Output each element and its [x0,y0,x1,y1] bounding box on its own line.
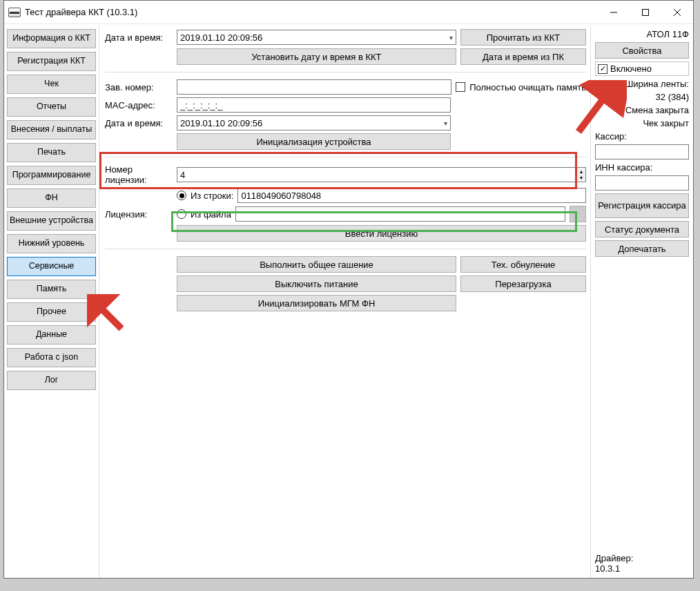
from-file-radio[interactable] [177,209,186,219]
init-device-button[interactable]: Инициализация устройства [177,133,451,150]
sidebar-item-memory[interactable]: Память [7,280,96,299]
set-datetime-button[interactable]: Установить дату и время в ККТ [177,48,456,65]
datetime2-select[interactable]: 2019.01.10 20:09:56 [177,115,451,130]
right-panel: АТОЛ 11Ф Свойства ✓ Включено Ширина лент… [591,25,693,578]
sidebar-item-fn[interactable]: ФН [7,188,96,208]
sidebar-item-programming[interactable]: Программирование [7,166,96,185]
driver-label: Драйвер: [595,553,689,563]
app-window: Тест драйвера ККТ (10.3.1) Информация о … [3,0,694,579]
license-label: Лицензия: [105,209,173,220]
spin-up-icon[interactable]: ▴ [576,168,585,175]
sidebar-item-service[interactable]: Сервисные [7,257,96,276]
power-off-button[interactable]: Выключить питание [177,275,456,292]
tape-width-label: Ширина ленты: [595,79,689,89]
close-button[interactable] [661,1,693,23]
reboot-button[interactable]: Перезагрузка [460,275,586,292]
sidebar-item-json[interactable]: Работа с json [7,348,96,367]
datetime-from-pc-button[interactable]: Дата и время из ПК [460,48,586,65]
browse-file-button[interactable] [570,206,586,222]
sidebar-item-reports[interactable]: Отчеты [7,97,96,117]
enabled-label: Включено [610,64,652,74]
datetime-select[interactable]: 2019.01.10 20:09:56 [177,30,456,45]
serial-label: Зав. номер: [105,82,173,93]
device-name: АТОЛ 11Ф [595,29,689,39]
cashier-label: Кассир: [595,131,689,142]
sidebar-item-other[interactable]: Прочее [7,302,96,322]
from-string-radio[interactable] [177,191,186,200]
license-string-input[interactable]: 0118049060798048 [237,188,586,203]
main-panel: Дата и время: 2019.01.10 20:09:56 Прочит… [99,25,591,578]
app-icon [8,8,21,17]
mac-input[interactable]: _:_:_:_:_:_ [177,97,451,113]
sidebar-item-check[interactable]: Чек [7,75,96,94]
properties-button[interactable]: Свойства [595,42,689,59]
cashier-inn-input[interactable] [595,175,689,191]
file-path-input[interactable] [235,206,565,222]
from-file-label: Из файла [191,209,231,220]
sidebar-item-print[interactable]: Печать [7,143,96,162]
tape-width-value: 32 (384) [595,92,689,102]
check-status: Чек закрыт [595,118,689,128]
enabled-checkbox[interactable]: ✓ [598,64,607,74]
titlebar: Тест драйвера ККТ (10.3.1) [4,1,693,24]
print-more-button[interactable]: Допечатать [595,240,689,257]
read-from-kkt-button[interactable]: Прочитать из ККТ [460,29,586,46]
cashier-input[interactable] [595,144,689,159]
license-num-label: Номер лицензии: [105,164,173,185]
maximize-button[interactable] [630,1,661,23]
minimize-button[interactable] [598,1,630,23]
spin-down-icon[interactable]: ▾ [576,175,585,181]
license-num-input[interactable]: 4 ▴▾ [177,167,586,182]
clear-memory-label: Полностью очищать память [469,82,586,93]
window-title: Тест драйвера ККТ (10.3.1) [25,7,137,17]
sidebar-item-registration[interactable]: Регистрация ККТ [7,52,96,71]
sidebar-item-cashflow[interactable]: Внесения / выплаты [7,120,96,139]
from-string-label: Из строки: [191,191,233,201]
datetime2-label: Дата и время: [105,118,173,128]
sidebar-item-log[interactable]: Лог [7,371,96,390]
init-mgm-button[interactable]: Инициализировать МГМ ФН [177,295,456,311]
clear-memory-checkbox[interactable] [456,82,465,92]
doc-status-button[interactable]: Статус документа [595,221,689,238]
reg-cashier-button[interactable]: Регистрация кассира [595,193,689,218]
serial-input[interactable] [177,79,451,95]
sidebar-item-external[interactable]: Внешние устройства [7,211,96,231]
mac-label: MAC-адрес: [105,100,173,110]
enter-license-button[interactable]: Ввести лицензию [177,225,586,242]
svg-rect-1 [643,9,649,15]
sidebar-item-data[interactable]: Данные [7,325,96,345]
cashier-inn-label: ИНН кассира: [595,162,689,173]
sidebar-item-info[interactable]: Информация о ККТ [7,29,96,48]
sidebar-item-lowlevel[interactable]: Нижний уровень [7,234,96,253]
tech-reset-button[interactable]: Тех. обнуление [460,256,586,273]
driver-version: 10.3.1 [595,563,689,574]
sidebar: Информация о ККТ Регистрация ККТ Чек Отч… [4,25,99,578]
datetime-label: Дата и время: [105,32,173,43]
full-erase-button[interactable]: Выполнить общее гашение [177,256,456,273]
shift-status: Смена закрыта [595,105,689,115]
